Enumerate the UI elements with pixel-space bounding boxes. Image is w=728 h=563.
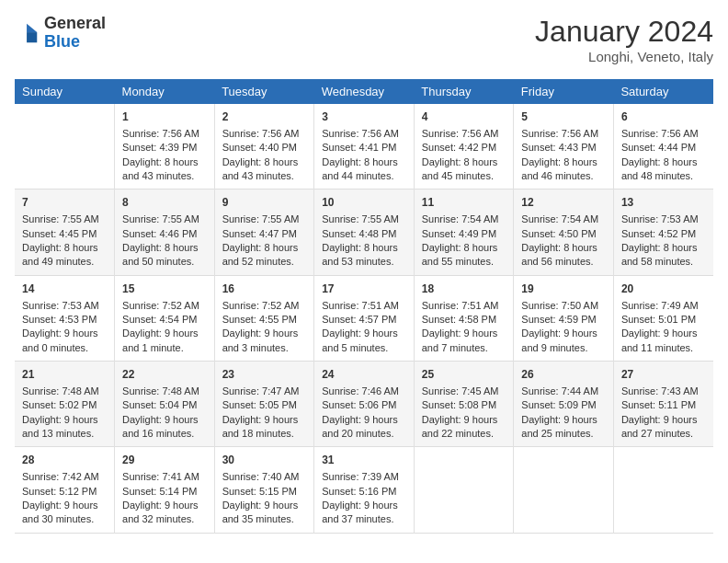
- day-number: 4: [422, 109, 506, 125]
- sunset-text: Sunset: 4:58 PM: [422, 313, 506, 327]
- calendar-cell: 29Sunrise: 7:41 AMSunset: 5:14 PMDayligh…: [115, 447, 215, 533]
- day-number: 7: [22, 195, 107, 211]
- sunset-text: Sunset: 5:14 PM: [122, 485, 207, 499]
- daylight-text: Daylight: 9 hours and 5 minutes.: [322, 327, 406, 355]
- daylight-text: Daylight: 9 hours and 11 minutes.: [621, 327, 706, 355]
- calendar-cell: [613, 447, 713, 533]
- sunset-text: Sunset: 4:48 PM: [322, 227, 406, 241]
- calendar-cell: 8Sunrise: 7:55 AMSunset: 4:46 PMDaylight…: [115, 190, 215, 275]
- daylight-text: Daylight: 8 hours and 43 minutes.: [222, 155, 307, 184]
- sunset-text: Sunset: 4:46 PM: [122, 227, 207, 241]
- day-number: 3: [322, 109, 406, 125]
- calendar-cell: 11Sunrise: 7:54 AMSunset: 4:49 PMDayligh…: [414, 190, 514, 275]
- calendar-cell: 17Sunrise: 7:51 AMSunset: 4:57 PMDayligh…: [314, 275, 415, 361]
- daylight-text: Daylight: 9 hours and 30 minutes.: [22, 499, 107, 527]
- page-header: General Blue January 2024 Longhi, Veneto…: [15, 15, 713, 64]
- sunset-text: Sunset: 5:02 PM: [22, 398, 107, 412]
- sunrise-text: Sunrise: 7:41 AM: [122, 470, 207, 484]
- daylight-text: Daylight: 9 hours and 27 minutes.: [621, 413, 706, 442]
- sunrise-text: Sunrise: 7:54 AM: [422, 213, 506, 226]
- day-number: 5: [521, 109, 606, 125]
- day-number: 23: [222, 367, 307, 383]
- sunrise-text: Sunrise: 7:55 AM: [222, 213, 307, 226]
- calendar-cell: 13Sunrise: 7:53 AMSunset: 4:52 PMDayligh…: [613, 190, 713, 275]
- sunset-text: Sunset: 5:15 PM: [222, 485, 307, 499]
- calendar-cell: 20Sunrise: 7:49 AMSunset: 5:01 PMDayligh…: [613, 275, 713, 361]
- sunset-text: Sunset: 4:43 PM: [521, 141, 606, 155]
- location: Longhi, Veneto, Italy: [535, 49, 713, 64]
- daylight-text: Daylight: 9 hours and 37 minutes.: [322, 499, 406, 527]
- sunset-text: Sunset: 5:11 PM: [621, 398, 706, 412]
- calendar-cell: 10Sunrise: 7:55 AMSunset: 4:48 PMDayligh…: [314, 190, 415, 275]
- column-header-wednesday: Wednesday: [314, 79, 415, 104]
- calendar-cell: 3Sunrise: 7:56 AMSunset: 4:41 PMDaylight…: [314, 104, 415, 190]
- sunset-text: Sunset: 5:04 PM: [122, 398, 207, 412]
- sunrise-text: Sunrise: 7:52 AM: [222, 299, 307, 313]
- daylight-text: Daylight: 9 hours and 0 minutes.: [22, 327, 107, 355]
- daylight-text: Daylight: 9 hours and 13 minutes.: [22, 413, 107, 442]
- day-number: 31: [322, 453, 406, 468]
- sunset-text: Sunset: 4:42 PM: [422, 141, 506, 155]
- day-number: 27: [621, 367, 706, 383]
- day-number: 16: [222, 282, 307, 297]
- daylight-text: Daylight: 9 hours and 7 minutes.: [422, 327, 506, 355]
- column-header-friday: Friday: [514, 79, 614, 104]
- day-number: 30: [222, 453, 307, 468]
- sunset-text: Sunset: 4:59 PM: [521, 313, 606, 327]
- sunrise-text: Sunrise: 7:56 AM: [122, 127, 207, 141]
- calendar-cell: [414, 447, 514, 533]
- calendar-cell: 5Sunrise: 7:56 AMSunset: 4:43 PMDaylight…: [514, 104, 614, 190]
- day-number: 14: [22, 282, 107, 297]
- sunset-text: Sunset: 4:45 PM: [22, 227, 107, 241]
- calendar-cell: 22Sunrise: 7:48 AMSunset: 5:04 PMDayligh…: [115, 362, 215, 447]
- logo-general: General: [44, 14, 106, 32]
- daylight-text: Daylight: 9 hours and 22 minutes.: [422, 413, 506, 442]
- day-number: 6: [621, 109, 706, 125]
- logo-blue: Blue: [44, 32, 80, 51]
- calendar-cell: 9Sunrise: 7:55 AMSunset: 4:47 PMDaylight…: [214, 190, 314, 275]
- sunset-text: Sunset: 5:01 PM: [621, 313, 706, 327]
- sunset-text: Sunset: 4:39 PM: [122, 141, 207, 155]
- daylight-text: Daylight: 9 hours and 20 minutes.: [322, 413, 406, 442]
- logo-text: General Blue: [44, 15, 106, 52]
- calendar-cell: 7Sunrise: 7:55 AMSunset: 4:45 PMDaylight…: [15, 190, 115, 275]
- svg-marker-0: [27, 24, 37, 32]
- calendar-cell: 23Sunrise: 7:47 AMSunset: 5:05 PMDayligh…: [214, 362, 314, 447]
- calendar-cell: 16Sunrise: 7:52 AMSunset: 4:55 PMDayligh…: [214, 275, 314, 361]
- day-number: 15: [122, 282, 207, 297]
- calendar-cell: 1Sunrise: 7:56 AMSunset: 4:39 PMDaylight…: [115, 104, 215, 190]
- daylight-text: Daylight: 9 hours and 32 minutes.: [122, 499, 207, 527]
- daylight-text: Daylight: 9 hours and 25 minutes.: [521, 413, 606, 442]
- sunrise-text: Sunrise: 7:49 AM: [621, 299, 706, 313]
- sunset-text: Sunset: 4:41 PM: [322, 141, 406, 155]
- day-number: 25: [422, 367, 506, 383]
- logo: General Blue: [15, 15, 106, 52]
- calendar-cell: 18Sunrise: 7:51 AMSunset: 4:58 PMDayligh…: [414, 275, 514, 361]
- sunset-text: Sunset: 4:55 PM: [222, 313, 307, 327]
- daylight-text: Daylight: 8 hours and 44 minutes.: [322, 155, 406, 184]
- sunset-text: Sunset: 4:50 PM: [521, 227, 606, 241]
- day-number: 13: [621, 195, 706, 211]
- daylight-text: Daylight: 8 hours and 48 minutes.: [621, 155, 706, 184]
- sunrise-text: Sunrise: 7:40 AM: [222, 470, 307, 484]
- header-row: SundayMondayTuesdayWednesdayThursdayFrid…: [15, 79, 713, 104]
- month-title: January 2024: [535, 15, 713, 49]
- sunset-text: Sunset: 4:44 PM: [621, 141, 706, 155]
- sunset-text: Sunset: 5:09 PM: [521, 398, 606, 412]
- sunrise-text: Sunrise: 7:54 AM: [521, 213, 606, 226]
- week-row-3: 14Sunrise: 7:53 AMSunset: 4:53 PMDayligh…: [15, 275, 713, 361]
- daylight-text: Daylight: 8 hours and 52 minutes.: [222, 241, 307, 270]
- sunrise-text: Sunrise: 7:47 AM: [222, 385, 307, 398]
- day-number: 9: [222, 195, 307, 211]
- sunset-text: Sunset: 4:49 PM: [422, 227, 506, 241]
- sunrise-text: Sunrise: 7:48 AM: [122, 385, 207, 398]
- sunrise-text: Sunrise: 7:55 AM: [122, 213, 207, 226]
- sunrise-text: Sunrise: 7:56 AM: [322, 127, 406, 141]
- daylight-text: Daylight: 8 hours and 58 minutes.: [621, 241, 706, 270]
- calendar-cell: 31Sunrise: 7:39 AMSunset: 5:16 PMDayligh…: [314, 447, 415, 533]
- calendar-cell: 2Sunrise: 7:56 AMSunset: 4:40 PMDaylight…: [214, 104, 314, 190]
- daylight-text: Daylight: 8 hours and 55 minutes.: [422, 241, 506, 270]
- sunrise-text: Sunrise: 7:56 AM: [521, 127, 606, 141]
- logo-icon: [15, 20, 40, 46]
- sunrise-text: Sunrise: 7:46 AM: [322, 385, 406, 398]
